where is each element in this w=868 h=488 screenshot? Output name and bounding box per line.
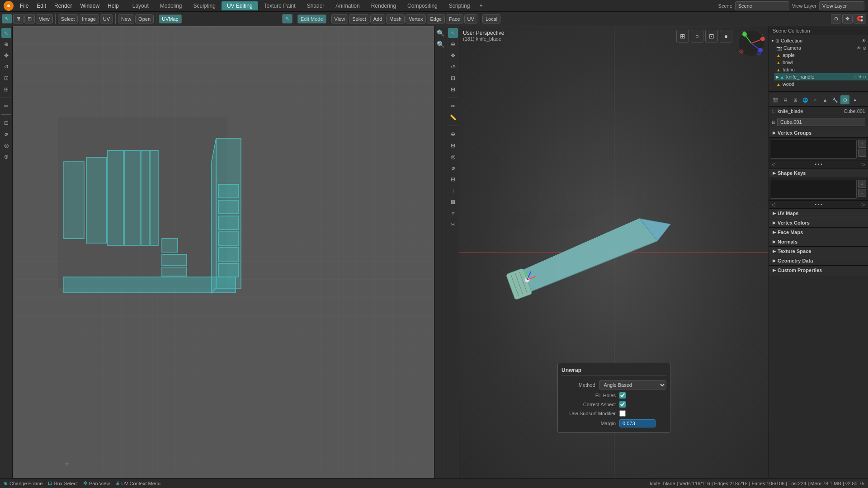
box-select-status[interactable]: ⊡ Box Select xyxy=(48,480,78,486)
vp-gizmo-btn[interactable]: ✥ xyxy=(842,14,853,23)
uv-canvas[interactable]: + xyxy=(13,26,434,478)
tree-item-camera[interactable]: 📷 Camera 👁 ⊙ xyxy=(774,44,868,52)
vertex-groups-header[interactable]: ▶ Vertex Groups xyxy=(769,128,868,138)
add-vertex-group[interactable]: + xyxy=(858,140,866,148)
camera-eye[interactable]: 👁 xyxy=(857,46,861,51)
tab-texture-paint[interactable]: Texture Paint xyxy=(259,1,301,10)
vp-measure-tool[interactable]: 📏 xyxy=(448,113,458,122)
vp-cursor-tool[interactable]: ⊕ xyxy=(448,39,458,49)
vp-snap-btn[interactable]: 🧲 xyxy=(854,14,866,23)
rotate-tool[interactable]: ↺ xyxy=(1,62,11,72)
select-tool[interactable]: ↖ xyxy=(1,28,11,38)
uv-context-status[interactable]: ⊞ UV Context Menu xyxy=(115,480,160,486)
tab-uv-editing[interactable]: UV Editing xyxy=(222,1,258,10)
add-shape-key[interactable]: + xyxy=(858,180,866,188)
tab-rendering[interactable]: Rendering xyxy=(366,1,401,10)
vp-snap-icon[interactable]: ⊞ xyxy=(676,30,689,42)
prop-data-icon[interactable]: ⬡ xyxy=(840,95,849,104)
vp-push-pull[interactable]: ⊠ xyxy=(448,197,458,207)
vp-transform-tool[interactable]: ⊞ xyxy=(448,84,458,94)
tree-item-collection[interactable]: ▼ ⊞ Collection 👁 xyxy=(769,37,868,44)
viewport-canvas[interactable]: User Perspective (181) knife_blade ⊞ ○ ⊡… xyxy=(459,26,769,478)
vp-move-tool[interactable]: ✥ xyxy=(448,51,458,61)
shape-keys-list[interactable] xyxy=(771,180,857,199)
vp-face-btn[interactable]: Face xyxy=(446,14,463,23)
vertex-groups-btn2[interactable]: ▷ xyxy=(862,162,865,167)
vp-rotate-tool[interactable]: ↺ xyxy=(448,62,458,72)
remove-vertex-group[interactable]: − xyxy=(858,149,866,157)
correct-aspect-checkbox[interactable] xyxy=(619,401,626,408)
uv-cursor-btn[interactable]: ↖ xyxy=(2,14,12,23)
vp-annotate-tool[interactable]: ✏ xyxy=(448,101,458,111)
vp-select-tool[interactable]: ↖ xyxy=(448,28,458,38)
edit-mode-btn[interactable]: Edit Mode xyxy=(297,14,326,23)
vp-vertex-btn[interactable]: Vertex xyxy=(406,14,426,23)
prop-render-icon[interactable]: 🎬 xyxy=(771,95,780,104)
cursor-tool[interactable]: ⊕ xyxy=(1,39,11,49)
vp-uv-btn[interactable]: UV xyxy=(464,14,477,23)
move-tool[interactable]: ✥ xyxy=(1,51,11,61)
vp-cursor-btn[interactable]: ↖ xyxy=(282,14,292,23)
vp-edge-slide[interactable]: ⊟ xyxy=(448,174,458,184)
vp-view-btn[interactable]: View xyxy=(331,14,349,23)
uv-maps-header[interactable]: ▶ UV Maps xyxy=(769,209,868,218)
shape-keys-btn1[interactable]: ◁ xyxy=(772,202,775,207)
knife-handle-mat[interactable]: ⊡ xyxy=(854,75,858,79)
menu-help[interactable]: Help xyxy=(104,2,123,10)
vp-spin[interactable]: ◎ xyxy=(448,152,458,162)
vp-rip[interactable]: ✂ xyxy=(448,220,458,230)
vp-local-btn[interactable]: Local xyxy=(482,14,500,23)
menu-window[interactable]: Window xyxy=(76,2,103,10)
prop-view-layer-icon[interactable]: ⊞ xyxy=(791,95,800,104)
normals-header[interactable]: ▶ Normals xyxy=(769,237,868,247)
vp-shear[interactable]: ⌗ xyxy=(448,208,458,218)
custom-properties-header[interactable]: ▶ Custom Properties xyxy=(769,266,868,275)
uv-image-btn[interactable]: Image xyxy=(79,14,99,23)
uv-tool-btn[interactable]: ⊞ xyxy=(13,14,24,23)
geometry-data-header[interactable]: ▶ Geometry Data xyxy=(769,256,868,266)
snap-tool[interactable]: ⊟ xyxy=(1,118,11,128)
vp-edge-btn[interactable]: Edge xyxy=(427,14,445,23)
scale-tool[interactable]: ⊡ xyxy=(1,73,11,83)
vp-add-btn[interactable]: Add xyxy=(370,14,386,23)
add-workspace-button[interactable]: + xyxy=(476,1,486,10)
prop-world-icon[interactable]: ○ xyxy=(811,95,820,104)
uv-uv-btn[interactable]: UV xyxy=(100,14,113,23)
prop-modifier-icon[interactable]: 🔧 xyxy=(830,95,840,104)
remove-shape-key[interactable]: − xyxy=(858,189,866,197)
mesh-name-input[interactable] xyxy=(777,118,865,126)
vp-solid-icon[interactable]: ● xyxy=(720,30,732,42)
method-dropdown[interactable]: Angle Based Conformal xyxy=(599,380,666,389)
menu-edit[interactable]: Edit xyxy=(33,2,50,10)
tree-item-fabric[interactable]: ▲ fabric xyxy=(774,66,868,73)
menu-render[interactable]: Render xyxy=(51,2,75,10)
collection-eye[interactable]: 👁 xyxy=(862,38,866,43)
uv-zoom-out[interactable]: 🔍 xyxy=(436,39,446,49)
annotate-tool[interactable]: ✏ xyxy=(1,101,11,111)
prop-material-icon[interactable]: ● xyxy=(850,95,859,104)
fill-holes-checkbox[interactable] xyxy=(619,392,626,399)
uv-mode-btn[interactable]: ⊡ xyxy=(24,14,35,23)
vp-smooth[interactable]: ⌀ xyxy=(448,163,458,173)
vp-shrink-fatten[interactable]: ↕ xyxy=(448,186,458,196)
vertex-groups-list[interactable] xyxy=(771,140,857,159)
pinch-tool[interactable]: ◎ xyxy=(1,141,11,150)
vertex-groups-btn1[interactable]: ◁ xyxy=(772,162,775,167)
prop-scene-icon[interactable]: 🌐 xyxy=(801,95,810,104)
stitch-tool[interactable]: ⊕ xyxy=(1,152,11,162)
vp-wire-icon[interactable]: ⊡ xyxy=(705,30,718,42)
view-layer-selector[interactable]: View Layer xyxy=(819,1,864,10)
tab-compositing[interactable]: Compositing xyxy=(402,1,443,10)
camera-render[interactable]: ⊙ xyxy=(863,46,866,51)
rip-tool[interactable]: ⌀ xyxy=(1,129,11,139)
prop-object-icon[interactable]: ▲ xyxy=(821,95,830,104)
tab-scripting[interactable]: Scripting xyxy=(443,1,476,10)
transform-tool[interactable]: ⊞ xyxy=(1,84,11,94)
change-frame-status[interactable]: ⊕ Change Frame xyxy=(4,480,42,486)
pan-view-status[interactable]: ✥ Pan View xyxy=(83,480,110,486)
scene-selector[interactable]: Scene xyxy=(735,1,789,10)
menu-file[interactable]: File xyxy=(16,2,32,10)
prop-output-icon[interactable]: 🖨 xyxy=(781,95,790,104)
uv-zoom-in[interactable]: 🔍 xyxy=(436,28,446,38)
knife-handle-vis[interactable]: 👁 xyxy=(859,75,862,79)
